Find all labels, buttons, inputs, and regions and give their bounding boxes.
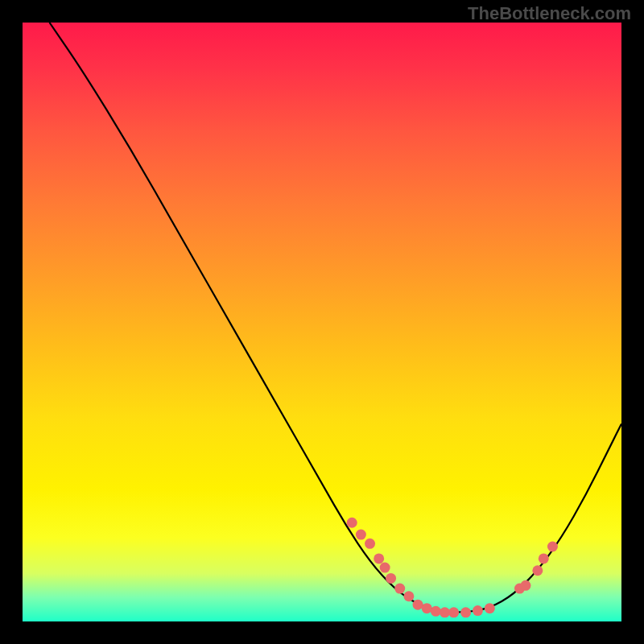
data-point	[374, 553, 384, 564]
bottleneck-curve	[49, 23, 621, 613]
data-point	[380, 563, 390, 573]
data-point	[403, 591, 414, 601]
data-markers	[347, 518, 558, 618]
data-point	[356, 530, 366, 540]
data-point	[413, 600, 423, 610]
data-point	[431, 606, 441, 617]
data-point	[386, 573, 396, 584]
watermark-text: TheBottleneck.com	[468, 3, 631, 24]
data-point	[532, 565, 543, 576]
data-point	[520, 580, 530, 591]
data-point	[460, 607, 471, 617]
data-point	[422, 603, 432, 613]
plot-area	[23, 23, 621, 621]
chart-svg	[23, 23, 621, 621]
data-point	[539, 553, 549, 564]
data-point	[365, 539, 375, 549]
data-point	[448, 607, 459, 617]
data-point	[440, 607, 450, 617]
data-point	[394, 584, 405, 594]
data-point	[473, 605, 483, 616]
data-point	[485, 603, 495, 613]
data-point	[347, 518, 357, 528]
data-point	[547, 542, 558, 552]
